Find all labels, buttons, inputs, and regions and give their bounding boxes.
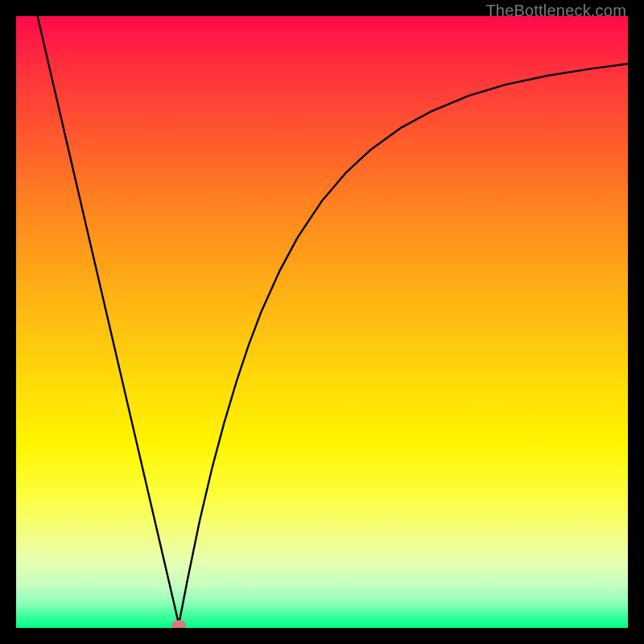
bottleneck-curve [38, 16, 628, 624]
plot-area [16, 16, 628, 628]
chart-svg [16, 16, 628, 628]
minimum-marker [171, 620, 186, 628]
watermark-text: TheBottleneck.com [485, 2, 626, 20]
chart-frame: TheBottleneck.com [0, 0, 644, 644]
